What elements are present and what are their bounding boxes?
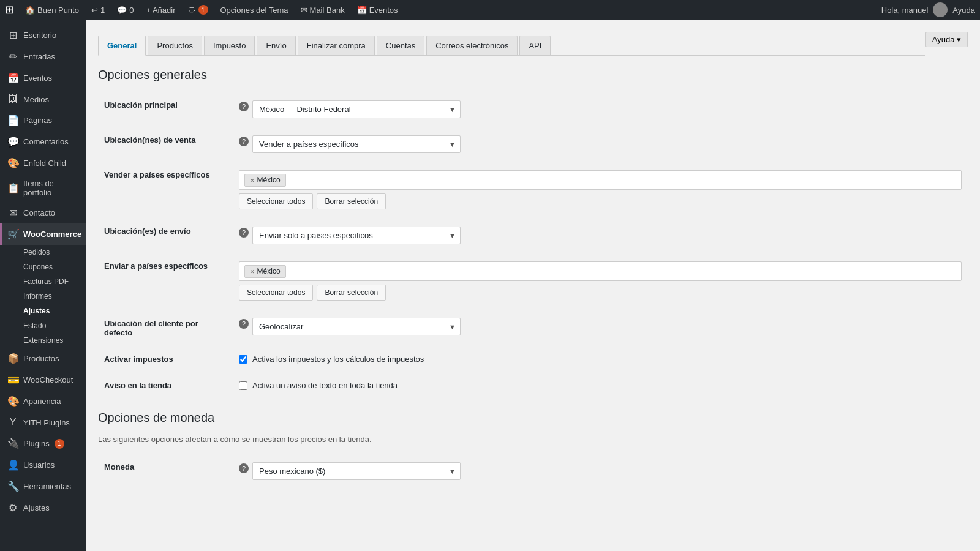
wp-logo[interactable]: ⊞ (5, 3, 14, 17)
help-tip-moneda[interactable]: ? (239, 463, 249, 473)
submenu-informes[interactable]: Informes (0, 289, 86, 304)
admin-bar: ⊞ 🏠 Buen Punto ↩ 1 💬 0 + Añadir 🛡 1 Opci… (0, 0, 980, 20)
ubicacion-envio-select[interactable]: Enviar solo a países específicos (252, 227, 461, 244)
admin-avatar (933, 2, 948, 17)
field-activar-impuestos: Activar impuestos Activa los impuestos y… (98, 346, 968, 372)
herramientas-icon: 🔧 (7, 481, 18, 492)
remove-tag-mexico-envio[interactable]: × (250, 267, 255, 276)
tag-mexico-venta: × México (244, 174, 286, 187)
sidebar-item-portfolio[interactable]: 📋 Items de portfolio (0, 174, 86, 202)
sidebar-item-plugins[interactable]: 🔌 Plugins 1 (0, 433, 86, 454)
help-tip-ubicacion-venta[interactable]: ? (239, 137, 249, 146)
aviso-tienda-label[interactable]: Activa un aviso de texto en toda la tien… (239, 381, 962, 390)
tab-productos[interactable]: Productos (148, 36, 202, 55)
ubicacion-venta-select-wrapper: Vender a países específicos ▼ (252, 135, 461, 153)
tag-mexico-envio: × México (244, 265, 286, 278)
submenu-ajustes[interactable]: Ajustes (0, 304, 86, 318)
enviar-paises-tag-input[interactable]: × México (239, 261, 962, 281)
submenu-cupones[interactable]: Cupones (0, 260, 86, 274)
sidebar-item-enfold-child[interactable]: 🎨 Enfold Child (0, 152, 86, 174)
ubicacion-envio-select-wrapper: Enviar solo a países específicos ▼ (252, 227, 461, 244)
productos-icon: 📦 (7, 353, 18, 364)
help-tip-ubicacion-cliente[interactable]: ? (239, 319, 249, 329)
clear-selection-venta-button[interactable]: Borrar selección (317, 193, 386, 209)
sidebar-item-herramientas[interactable]: 🔧 Herramientas (0, 476, 86, 497)
comments-icon: 💬 (117, 6, 127, 15)
shield-icon: 🛡 (188, 6, 196, 15)
tab-finalizar-compra[interactable]: Finalizar compra (298, 36, 375, 55)
sidebar-item-eventos[interactable]: 📅 Eventos (0, 67, 86, 89)
updates-icon: ↩ (91, 6, 98, 15)
sidebar-item-entradas[interactable]: ✏ Entradas (0, 46, 86, 67)
vender-paises-tag-input[interactable]: × México (239, 170, 962, 190)
submenu-estado[interactable]: Estado (0, 318, 86, 333)
tab-api[interactable]: API (519, 36, 551, 55)
comentarios-icon: 💬 (7, 136, 18, 148)
general-options-table: Ubicación principal ? México — Distrito … (98, 92, 968, 399)
field-ubicacion-envio: Ubicación(es) de envío ? Enviar solo a p… (98, 218, 968, 253)
sidebar-item-productos[interactable]: 📦 Productos (0, 348, 86, 369)
woo-active-bar (0, 223, 2, 245)
main-wrapper: ⊞ Escritorio ✏ Entradas 📅 Eventos 🖼 Medi… (0, 20, 980, 551)
sidebar-item-usuarios[interactable]: 👤 Usuarios (0, 454, 86, 476)
field-aviso-tienda: Aviso en la tienda Activa un aviso de te… (98, 372, 968, 399)
adminbar-mail-bank[interactable]: ✉ Mail Bank (295, 6, 351, 15)
sidebar-item-yith[interactable]: Y YITH Plugins (0, 412, 86, 433)
aviso-tienda-checkbox[interactable] (239, 381, 247, 390)
remove-tag-mexico-venta[interactable]: × (250, 176, 255, 185)
section-currency-title: Opciones de moneda (98, 411, 968, 425)
help-tip-ubicacion-envio[interactable]: ? (239, 228, 249, 238)
sidebar-item-ajustes[interactable]: ⚙ Ajustes (0, 497, 86, 519)
submenu-facturas-pdf[interactable]: Facturas PDF (0, 274, 86, 289)
activar-impuestos-label[interactable]: Activa los impuestos y los cálculos de i… (239, 354, 962, 364)
tab-impuesto[interactable]: Impuesto (204, 36, 255, 55)
sidebar-item-paginas[interactable]: 📄 Páginas (0, 110, 86, 131)
enfold-icon: 🎨 (7, 157, 18, 169)
sidebar-item-contacto[interactable]: ✉ Contacto (0, 202, 86, 223)
sidebar-item-woocommerce[interactable]: 🛒 WooCommerce (0, 223, 86, 245)
medios-icon: 🖼 (7, 94, 18, 105)
help-tip-ubicacion-principal[interactable]: ? (239, 102, 249, 111)
adminbar-new[interactable]: + Añadir (140, 6, 181, 15)
moneda-select-wrapper: Peso mexicano ($) ▼ (252, 462, 461, 480)
field-vender-paises: Vender a países específicos × México Sel… (98, 162, 968, 218)
section-general-title: Opciones generales (98, 68, 968, 82)
field-moneda: Moneda ? Peso mexicano ($) ▼ (98, 454, 968, 489)
ubicacion-cliente-select[interactable]: Geolocalizar (252, 318, 461, 335)
tab-cuentas[interactable]: Cuentas (377, 36, 424, 55)
sidebar-item-woocheckout[interactable]: 💳 WooCheckout (0, 369, 86, 391)
ubicacion-principal-select[interactable]: México — Distrito Federal (252, 100, 461, 118)
sidebar-item-apariencia[interactable]: 🎨 Apariencia (0, 391, 86, 412)
plugins-icon: 🔌 (7, 438, 18, 449)
paginas-icon: 📄 (7, 114, 18, 126)
adminbar-events[interactable]: 📅 Eventos (351, 6, 404, 15)
tab-correos[interactable]: Correos electrónicos (426, 36, 518, 55)
tab-envio[interactable]: Envío (257, 36, 295, 55)
adminbar-site[interactable]: 🏠 Buen Punto (19, 6, 85, 15)
select-all-envio-button[interactable]: Seleccionar todos (239, 285, 313, 301)
adminbar-shield[interactable]: 🛡 1 (182, 5, 214, 15)
adminbar-updates[interactable]: ↩ 1 (85, 6, 111, 15)
help-button[interactable]: Ayuda ▾ (925, 32, 968, 47)
field-ubicacion-cliente: Ubicación del cliente por defecto ? Geol… (98, 309, 968, 346)
sidebar-item-escritorio[interactable]: ⊞ Escritorio (0, 24, 86, 46)
moneda-select[interactable]: Peso mexicano ($) (252, 462, 461, 480)
field-enviar-paises: Enviar a países específicos × México Sel… (98, 253, 968, 309)
admin-user-greeting[interactable]: Hola, manuel (881, 6, 929, 15)
contacto-icon: ✉ (7, 207, 18, 219)
adminbar-comments[interactable]: 💬 0 (111, 6, 140, 15)
mail-icon: ✉ (301, 6, 307, 15)
activar-impuestos-checkbox[interactable] (239, 355, 247, 364)
ubicacion-venta-select[interactable]: Vender a países específicos (252, 135, 461, 153)
clear-selection-envio-button[interactable]: Borrar selección (317, 285, 386, 301)
select-all-venta-button[interactable]: Seleccionar todos (239, 193, 313, 209)
submenu-pedidos[interactable]: Pedidos (0, 245, 86, 260)
woocommerce-icon: 🛒 (7, 228, 18, 240)
submenu-extensiones[interactable]: Extensiones (0, 333, 86, 348)
sidebar-item-comentarios[interactable]: 💬 Comentarios (0, 131, 86, 152)
adminbar-help-button[interactable]: Ayuda (952, 6, 975, 15)
apariencia-icon: 🎨 (7, 395, 18, 407)
adminbar-theme-options[interactable]: Opciones del Tema (214, 6, 295, 15)
sidebar-item-medios[interactable]: 🖼 Medios (0, 89, 86, 110)
tab-general[interactable]: General (98, 36, 146, 56)
